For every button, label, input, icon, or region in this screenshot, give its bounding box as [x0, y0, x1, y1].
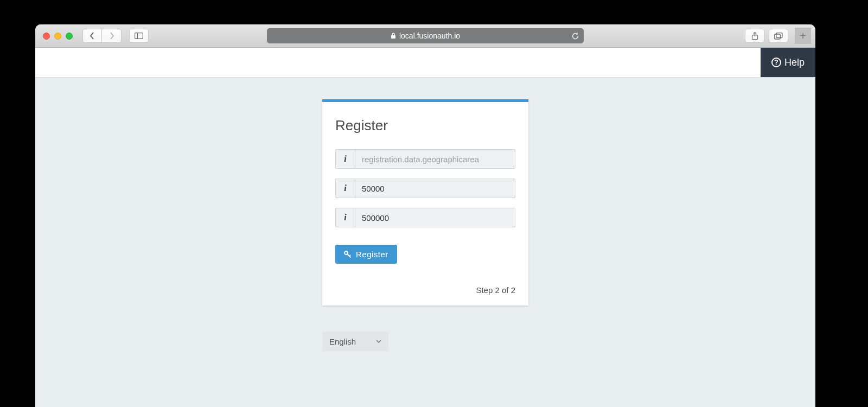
back-button[interactable]	[82, 29, 102, 43]
forward-button[interactable]	[102, 29, 122, 43]
svg-rect-0	[135, 33, 143, 39]
reload-button[interactable]	[571, 32, 579, 40]
maximize-window-button[interactable]	[66, 33, 73, 40]
min-salary-input[interactable]	[355, 179, 515, 198]
field-max-salary: i	[335, 208, 515, 227]
svg-rect-6	[776, 33, 782, 37]
field-min-salary: i	[335, 179, 515, 198]
window-controls	[43, 33, 73, 40]
step-indicator: Step 2 of 2	[335, 285, 515, 295]
card-title: Register	[335, 117, 515, 134]
address-bar[interactable]: local.fusionauth.io	[267, 28, 584, 43]
language-selected-label: English	[329, 337, 356, 346]
browser-window: local.fusionauth.io	[35, 24, 815, 407]
language-select[interactable]: English	[322, 332, 388, 351]
chevron-down-icon	[376, 340, 381, 343]
info-icon: i	[335, 149, 355, 169]
new-tab-button[interactable]: +	[795, 28, 811, 44]
help-label: Help	[784, 57, 805, 68]
register-submit-button[interactable]: Register	[335, 245, 397, 264]
browser-titlebar: local.fusionauth.io	[35, 24, 815, 48]
help-icon: ?	[771, 58, 781, 67]
svg-line-9	[349, 255, 350, 256]
titlebar-right-controls: +	[745, 28, 811, 44]
tabs-button[interactable]	[769, 29, 788, 43]
nav-buttons	[82, 29, 122, 43]
topbar-divider	[35, 77, 815, 78]
minimize-window-button[interactable]	[54, 33, 61, 40]
svg-rect-2	[391, 35, 395, 39]
geographicarea-input[interactable]	[355, 149, 515, 169]
lock-icon	[391, 33, 396, 39]
info-icon: i	[335, 179, 355, 198]
max-salary-input[interactable]	[355, 208, 515, 227]
page-content: ? Help Register i i i	[35, 48, 815, 407]
sidebar-toggle-button[interactable]	[129, 29, 149, 43]
register-card: Register i i i	[322, 99, 528, 306]
field-geographicarea: i	[335, 149, 515, 169]
info-icon: i	[335, 208, 355, 227]
register-submit-label: Register	[356, 250, 388, 259]
help-button[interactable]: ? Help	[761, 48, 815, 77]
share-button[interactable]	[745, 29, 764, 43]
app-topbar: ? Help	[35, 48, 815, 77]
key-icon	[344, 251, 352, 258]
svg-rect-5	[775, 34, 781, 39]
close-window-button[interactable]	[43, 33, 50, 40]
url-host: local.fusionauth.io	[399, 31, 460, 40]
